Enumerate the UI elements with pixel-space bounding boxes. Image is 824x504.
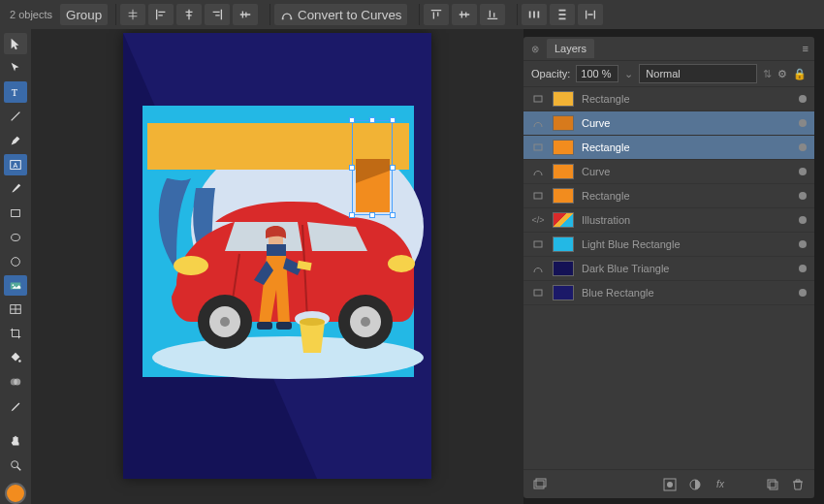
opacity-dropdown-icon[interactable]: ⌄ (624, 68, 633, 80)
table-tool-icon[interactable] (4, 299, 27, 320)
svg-rect-51 (768, 480, 776, 488)
layer-type-icon (531, 262, 545, 275)
layer-name-label: Curve (582, 166, 791, 177)
crop-tool-icon[interactable] (4, 323, 27, 344)
space-h-icon[interactable] (578, 4, 603, 25)
panel-menu-icon[interactable]: ≡ (803, 43, 808, 54)
fill-tool-icon[interactable] (4, 347, 27, 368)
circle-tool-icon[interactable] (4, 251, 27, 272)
convert-to-curves-button[interactable]: Convert to Curves (274, 4, 407, 25)
align-left-icon[interactable] (148, 4, 174, 25)
layer-row[interactable]: Dark Blue Triangle (523, 257, 814, 281)
svg-point-49 (667, 482, 673, 488)
svg-point-26 (152, 336, 424, 379)
align-right-icon[interactable] (205, 4, 230, 25)
opacity-input[interactable] (576, 65, 618, 82)
text-frame-tool-icon[interactable]: A (4, 154, 27, 175)
layer-name-label: Blue Rectangle (582, 287, 791, 299)
tool-strip: T A (0, 29, 31, 504)
fill-color-well[interactable] (5, 483, 26, 504)
layer-row[interactable]: Rectangle (523, 184, 814, 208)
svg-point-36 (300, 318, 325, 326)
svg-point-27 (174, 256, 208, 275)
layer-row[interactable]: Rectangle (523, 87, 814, 111)
svg-rect-11 (12, 209, 20, 216)
layer-list[interactable]: RectangleCurveRectangleCurveRectangle</>… (523, 87, 814, 469)
svg-point-17 (18, 361, 21, 363)
layer-row[interactable]: </>Illustration (523, 208, 814, 233)
visibility-dot-icon[interactable] (799, 265, 807, 272)
line-tool-icon[interactable] (4, 106, 27, 127)
svg-point-31 (220, 317, 230, 327)
layer-type-icon (531, 237, 545, 251)
blend-mode-select[interactable]: Normal (639, 64, 757, 83)
duplicate-icon[interactable] (764, 476, 781, 493)
svg-point-13 (12, 257, 20, 266)
align-vcenter-icon[interactable] (233, 4, 258, 25)
svg-point-28 (388, 255, 415, 272)
lock-icon[interactable]: 🔒 (793, 68, 807, 80)
ellipse-tool-icon[interactable] (4, 227, 27, 248)
visibility-dot-icon[interactable] (799, 216, 807, 224)
artboard[interactable] (123, 33, 431, 479)
visibility-dot-icon[interactable] (799, 192, 807, 200)
layer-type-icon (531, 116, 545, 130)
distribute-v-icon[interactable] (550, 4, 575, 25)
pen-tool-icon[interactable] (4, 130, 27, 151)
fx-icon[interactable]: fx (712, 476, 729, 493)
layer-row[interactable]: Curve (523, 111, 814, 136)
top-toolbar: 2 objects Group Convert to Curves (0, 0, 824, 29)
layer-type-icon (531, 141, 545, 154)
svg-rect-40 (276, 322, 292, 330)
blend-stepper-icon[interactable]: ⇅ (763, 68, 772, 80)
layer-type-icon (531, 92, 545, 106)
brush-tool-icon[interactable] (4, 178, 27, 200)
align-middle-icon[interactable] (452, 4, 477, 25)
visibility-dot-icon[interactable] (799, 240, 807, 248)
layer-row[interactable]: Blue Rectangle (523, 281, 814, 305)
visibility-dot-icon[interactable] (799, 119, 807, 127)
visibility-dot-icon[interactable] (799, 289, 807, 297)
canvas-area[interactable] (31, 29, 523, 504)
align-top-icon[interactable] (424, 4, 449, 25)
hand-tool-icon[interactable] (4, 430, 27, 452)
layer-name-label: Illustration (582, 214, 791, 226)
tab-layers[interactable]: Layers (547, 39, 594, 58)
gear-icon[interactable]: ⚙ (777, 68, 787, 80)
picture-tool-icon[interactable] (4, 275, 27, 297)
trash-icon[interactable] (789, 476, 807, 493)
transparency-tool-icon[interactable] (4, 371, 27, 393)
svg-rect-45 (534, 290, 542, 296)
svg-rect-2 (529, 12, 531, 18)
adjustment-icon[interactable] (686, 476, 704, 493)
selection-box[interactable] (352, 120, 393, 215)
add-layer-icon[interactable] (531, 476, 549, 493)
align-bottom-icon[interactable] (480, 4, 505, 25)
layer-row[interactable]: Curve (523, 160, 814, 184)
svg-point-12 (12, 234, 20, 240)
svg-point-15 (13, 284, 15, 286)
distribute-h-icon[interactable] (522, 4, 547, 25)
close-panel-icon[interactable]: ⊗ (529, 43, 541, 54)
layer-name-label: Curve (582, 117, 791, 129)
move-tool-icon[interactable] (4, 33, 27, 54)
group-button[interactable]: Group (60, 4, 108, 25)
zoom-tool-icon[interactable] (4, 455, 27, 476)
svg-point-20 (12, 461, 18, 468)
eyedropper-tool-icon[interactable] (4, 395, 27, 417)
svg-rect-0 (282, 18, 284, 20)
layer-row[interactable]: Light Blue Rectangle (523, 233, 814, 257)
mask-icon[interactable] (661, 476, 679, 493)
rectangle-tool-icon[interactable] (4, 203, 27, 224)
visibility-dot-icon[interactable] (799, 95, 807, 103)
svg-point-19 (14, 379, 20, 386)
visibility-dot-icon[interactable] (799, 143, 807, 151)
node-tool-icon[interactable] (4, 57, 27, 79)
layer-row[interactable]: Rectangle (523, 136, 814, 160)
svg-rect-4 (538, 12, 540, 18)
text-tool-icon[interactable]: T (4, 81, 27, 103)
visibility-dot-icon[interactable] (799, 168, 807, 175)
align-center-icon[interactable] (120, 4, 145, 25)
align-hcenter-icon[interactable] (176, 4, 202, 25)
layer-type-icon (531, 189, 545, 203)
